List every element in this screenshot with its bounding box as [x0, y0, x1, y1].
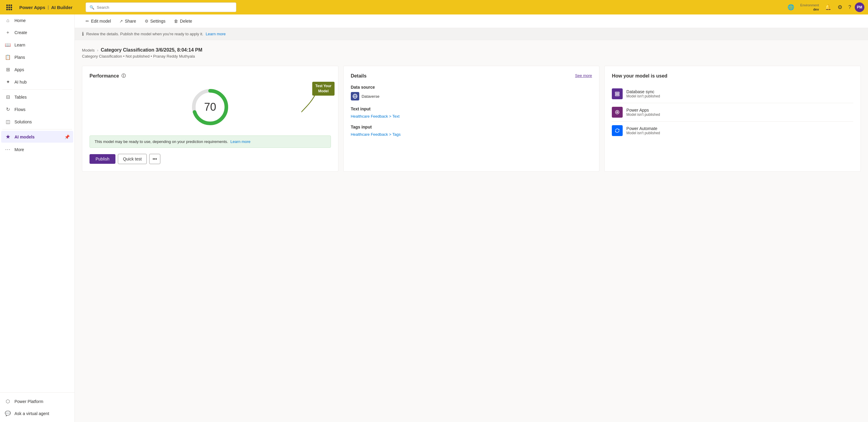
sidebar-item-home[interactable]: ⌂ Home: [1, 15, 73, 26]
pin-icon: 📌: [64, 135, 70, 139]
sidebar-item-more[interactable]: ··· More: [1, 143, 73, 156]
sidebar-label-ai-models: AI models: [14, 135, 35, 139]
info-message: Review the details. Publish the model wh…: [86, 32, 203, 36]
learn-icon: 📖: [5, 42, 11, 48]
solutions-icon: ◫: [5, 119, 11, 124]
sidebar-label-learn: Learn: [14, 43, 25, 47]
sidebar-divider-2: [2, 129, 72, 130]
sidebar-label-flows: Flows: [14, 107, 26, 112]
sidebar-item-tables[interactable]: ⊟ Tables: [1, 91, 73, 103]
usage-item-power-automate: Power Automate Model isn't published: [612, 121, 853, 140]
performance-info-icon[interactable]: ⓘ: [121, 73, 126, 79]
power-automate-info: Power Automate Model isn't published: [626, 126, 660, 135]
db-sync-info: Database sync Model isn't published: [626, 89, 660, 99]
power-apps-svg: [614, 109, 620, 115]
breadcrumb: Models › Category Classification 3/6/202…: [82, 47, 861, 53]
action-toolbar: ✏ Edit model ↗ Share ⚙ Settings 🗑 Delete: [75, 15, 868, 28]
breadcrumb-models[interactable]: Models: [82, 48, 95, 53]
more-icon: ···: [5, 146, 11, 152]
settings-toolbar-button[interactable]: ⚙ Settings: [141, 17, 169, 25]
sidebar-label-ask-virtual-agent: Ask a virtual agent: [14, 411, 49, 416]
sidebar-item-flows[interactable]: ↻ Flows: [1, 104, 73, 115]
tags-input-value[interactable]: Healthcare Feedback > Tags: [351, 132, 401, 137]
sidebar-item-solutions[interactable]: ◫ Solutions: [1, 116, 73, 128]
delete-button[interactable]: 🗑 Delete: [170, 17, 195, 25]
virtual-agent-icon: 💬: [5, 411, 11, 416]
sidebar-item-create[interactable]: + Create: [1, 27, 73, 38]
delete-icon: 🗑: [174, 19, 178, 24]
help-button[interactable]: ?: [846, 3, 854, 11]
performance-title-text: Performance: [90, 73, 119, 79]
sidebar-item-ai-models[interactable]: ★ AI models 📌: [1, 131, 73, 143]
text-input-value[interactable]: Healthcare Feedback > Text: [351, 114, 400, 118]
more-dots-icon: •••: [153, 157, 157, 161]
publish-button[interactable]: Publish: [90, 154, 116, 164]
tooltip-line1: Test Your: [315, 84, 331, 89]
usage-item-power-apps: Power Apps Model isn't published: [612, 103, 853, 121]
test-your-model-tooltip: Test Your Model: [312, 82, 334, 95]
sidebar-item-apps[interactable]: ⊞ Apps: [1, 64, 73, 76]
sidebar-divider-1: [2, 89, 72, 90]
settings-button[interactable]: ⚙: [835, 3, 845, 12]
data-source-label: Data source: [351, 85, 592, 90]
plans-icon: 📋: [5, 54, 11, 60]
performance-note: This model may be ready to use, dependin…: [90, 136, 331, 148]
waffle-menu-button[interactable]: [4, 2, 14, 13]
sidebar-item-learn[interactable]: 📖 Learn: [1, 39, 73, 51]
share-button[interactable]: ↗ Share: [116, 17, 140, 25]
more-actions-button[interactable]: •••: [149, 154, 160, 164]
sidebar-item-ask-virtual-agent[interactable]: 💬 Ask a virtual agent: [1, 407, 73, 419]
delete-label: Delete: [180, 19, 192, 24]
sidebar-bottom: ⬡ Power Platform 💬 Ask a virtual agent: [0, 392, 74, 422]
waffle-icon: [6, 4, 12, 10]
details-title-text: Details: [351, 73, 367, 79]
page-subtitle: Category Classification • Not published …: [82, 54, 861, 58]
ai-models-icon: ★: [5, 134, 11, 140]
dataverse-value: Dataverse: [351, 92, 379, 101]
breadcrumb-separator: ›: [97, 48, 98, 53]
sidebar-item-ai-hub[interactable]: ✦ AI hub: [1, 76, 73, 88]
sidebar-label-more: More: [14, 147, 24, 152]
svg-rect-8: [615, 95, 619, 96]
see-more-link[interactable]: See more: [575, 73, 592, 78]
sidebar: ⌂ Home + Create 📖 Learn 📋 Plans ⊞ Apps ✦…: [0, 15, 75, 422]
text-input-section: Text input Healthcare Feedback > Text: [351, 107, 592, 118]
ai-hub-icon: ✦: [5, 79, 11, 85]
flows-icon: ↻: [5, 107, 11, 112]
edit-model-label: Edit model: [91, 19, 111, 24]
power-apps-info: Power Apps Model isn't published: [626, 108, 660, 117]
apps-icon: ⊞: [5, 67, 11, 73]
performance-learn-more[interactable]: Learn more: [230, 139, 250, 144]
quick-test-button[interactable]: Quick test: [118, 154, 147, 164]
sidebar-label-power-platform: Power Platform: [14, 399, 43, 404]
svg-rect-7: [615, 93, 619, 94]
sidebar-item-plans[interactable]: 📋 Plans: [1, 51, 73, 63]
db-sync-name: Database sync: [626, 89, 660, 94]
performance-card: Performance ⓘ 70 This model may be ready…: [82, 66, 338, 172]
performance-note-text: This model may be ready to use, dependin…: [95, 139, 228, 144]
sidebar-label-solutions: Solutions: [14, 119, 32, 124]
usage-card: How your model is used Database sync Mod…: [604, 66, 861, 172]
sidebar-label-create: Create: [14, 30, 27, 35]
edit-model-button[interactable]: ✏ Edit model: [82, 17, 115, 25]
sidebar-item-power-platform[interactable]: ⬡ Power Platform: [1, 395, 73, 407]
environment-selector[interactable]: Environment dev: [798, 2, 821, 13]
circle-wrapper: 70: [189, 86, 231, 128]
details-card-title: Details: [351, 73, 592, 79]
sidebar-label-tables: Tables: [14, 95, 27, 100]
user-avatar[interactable]: PM: [855, 2, 864, 12]
search-input[interactable]: [97, 5, 232, 10]
power-apps-name: Power Apps: [626, 108, 660, 113]
power-apps-icon: [612, 107, 623, 118]
search-box[interactable]: 🔍: [86, 2, 236, 12]
sidebar-label-home: Home: [14, 18, 26, 23]
usage-item-db-sync: Database sync Model isn't published: [612, 85, 853, 103]
performance-circle: 70: [90, 86, 331, 128]
db-sync-icon: [612, 88, 623, 99]
learn-more-link[interactable]: Learn more: [206, 32, 225, 36]
nav-separator: |: [48, 5, 49, 10]
main-content: ✏ Edit model ↗ Share ⚙ Settings 🗑 Delete…: [75, 15, 868, 422]
environment-globe-button[interactable]: 🌐: [785, 3, 797, 12]
notifications-button[interactable]: 🔔: [823, 3, 834, 12]
data-source-section: Data source Dataverse: [351, 85, 592, 101]
